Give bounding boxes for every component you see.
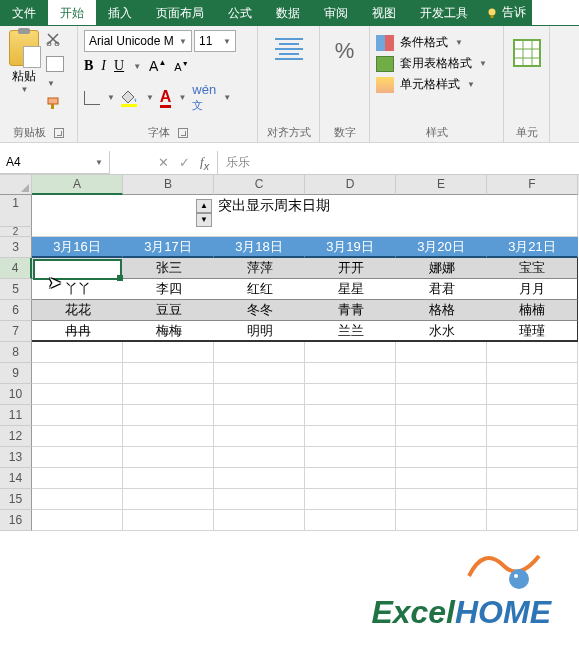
data-cell[interactable]: 红红 xyxy=(214,279,305,300)
empty-cell[interactable] xyxy=(487,510,578,531)
row-header[interactable]: 10 xyxy=(0,384,32,405)
empty-cell[interactable] xyxy=(396,426,487,447)
empty-cell[interactable] xyxy=(214,510,305,531)
row-header[interactable]: 11 xyxy=(0,405,32,426)
empty-cell[interactable] xyxy=(214,405,305,426)
row-header[interactable]: 15 xyxy=(0,489,32,510)
tab-review[interactable]: 审阅 xyxy=(312,0,360,25)
empty-cell[interactable] xyxy=(396,384,487,405)
row-header[interactable]: 5 xyxy=(0,279,32,300)
empty-cell[interactable] xyxy=(487,447,578,468)
column-header[interactable]: D xyxy=(305,175,396,195)
data-cell[interactable]: 豆豆 xyxy=(123,300,214,321)
data-cell[interactable]: 瑾瑾 xyxy=(487,321,578,342)
empty-cell[interactable] xyxy=(487,384,578,405)
data-cell[interactable]: 冬冬 xyxy=(214,300,305,321)
empty-cell[interactable] xyxy=(396,447,487,468)
empty-cell[interactable] xyxy=(487,426,578,447)
paste-button[interactable]: 粘贴 ▼ xyxy=(6,30,42,114)
format-painter-button[interactable] xyxy=(46,96,64,114)
bold-button[interactable]: B xyxy=(84,58,93,74)
empty-cell[interactable] xyxy=(123,468,214,489)
empty-cell[interactable] xyxy=(396,363,487,384)
tab-developer[interactable]: 开发工具 xyxy=(408,0,480,25)
row-header[interactable]: 2 xyxy=(0,227,32,237)
empty-cell[interactable] xyxy=(305,426,396,447)
row-header[interactable]: 9 xyxy=(0,363,32,384)
empty-cell[interactable] xyxy=(32,468,123,489)
empty-cell[interactable] xyxy=(32,342,123,363)
data-cell[interactable]: 冉冉 xyxy=(32,321,123,342)
column-header[interactable]: F xyxy=(487,175,578,195)
header-cell[interactable]: 3月21日 xyxy=(487,237,578,258)
row-header[interactable]: 16 xyxy=(0,510,32,531)
data-cell[interactable]: 明明 xyxy=(214,321,305,342)
spinner-control[interactable]: ▲ ▼ xyxy=(196,199,212,227)
empty-cell[interactable] xyxy=(214,342,305,363)
number-format-button[interactable]: % xyxy=(327,38,363,74)
row-header[interactable]: 14 xyxy=(0,468,32,489)
alignment-button[interactable] xyxy=(271,38,307,74)
decrease-font-button[interactable]: A▼ xyxy=(174,60,188,73)
empty-cell[interactable] xyxy=(214,363,305,384)
data-cell[interactable]: 兰兰 xyxy=(305,321,396,342)
enter-icon[interactable]: ✓ xyxy=(179,155,190,170)
empty-cell[interactable] xyxy=(123,363,214,384)
fx-icon[interactable]: fx xyxy=(200,154,209,172)
border-button[interactable] xyxy=(84,91,100,105)
copy-button[interactable]: ▼ xyxy=(46,56,64,90)
row-header[interactable]: 8 xyxy=(0,342,32,363)
data-cell[interactable]: 娜娜 xyxy=(396,258,487,279)
data-cell[interactable]: 宝宝 xyxy=(487,258,578,279)
data-cell[interactable]: 青青 xyxy=(305,300,396,321)
header-cell[interactable]: 3月19日 xyxy=(305,237,396,258)
cell-styles-button[interactable]: 单元格样式▼ xyxy=(376,76,497,93)
empty-cell[interactable] xyxy=(123,342,214,363)
data-cell[interactable]: 格格 xyxy=(396,300,487,321)
empty-cell[interactable] xyxy=(487,468,578,489)
data-cell[interactable]: 开开 xyxy=(305,258,396,279)
empty-cell[interactable] xyxy=(123,489,214,510)
column-header[interactable]: B xyxy=(123,175,214,195)
empty-cell[interactable] xyxy=(214,447,305,468)
select-all-button[interactable] xyxy=(0,175,32,195)
empty-cell[interactable] xyxy=(32,447,123,468)
empty-cell[interactable] xyxy=(123,447,214,468)
name-box[interactable]: A4▼ xyxy=(0,151,110,174)
empty-cell[interactable] xyxy=(305,489,396,510)
header-cell[interactable]: 3月16日 xyxy=(32,237,123,258)
data-cell[interactable]: 乐乐 xyxy=(32,258,123,279)
empty-cell[interactable] xyxy=(32,384,123,405)
tab-home[interactable]: 开始 xyxy=(48,0,96,25)
fill-color-button[interactable] xyxy=(121,90,139,106)
empty-cell[interactable] xyxy=(487,342,578,363)
underline-button[interactable]: U xyxy=(114,58,124,74)
header-cell[interactable]: 3月20日 xyxy=(396,237,487,258)
empty-cell[interactable] xyxy=(487,405,578,426)
cancel-icon[interactable]: ✕ xyxy=(158,155,169,170)
empty-cell[interactable] xyxy=(214,384,305,405)
empty-cell[interactable] xyxy=(123,426,214,447)
empty-cell[interactable] xyxy=(214,468,305,489)
data-cell[interactable]: 张三 xyxy=(123,258,214,279)
row-header[interactable]: 13 xyxy=(0,447,32,468)
italic-button[interactable]: I xyxy=(101,58,106,74)
column-header[interactable]: C xyxy=(214,175,305,195)
empty-cell[interactable] xyxy=(487,489,578,510)
empty-cell[interactable] xyxy=(32,510,123,531)
data-cell[interactable]: 星星 xyxy=(305,279,396,300)
empty-cell[interactable] xyxy=(32,426,123,447)
tab-file[interactable]: 文件 xyxy=(0,0,48,25)
row-header[interactable]: 12 xyxy=(0,426,32,447)
data-cell[interactable]: 君君 xyxy=(396,279,487,300)
tab-layout[interactable]: 页面布局 xyxy=(144,0,216,25)
font-color-button[interactable]: A xyxy=(160,88,172,108)
tab-data[interactable]: 数据 xyxy=(264,0,312,25)
empty-cell[interactable] xyxy=(396,489,487,510)
conditional-format-button[interactable]: 条件格式▼ xyxy=(376,34,497,51)
empty-cell[interactable] xyxy=(305,363,396,384)
dialog-launcher-icon[interactable] xyxy=(54,128,64,138)
data-cell[interactable]: 楠楠 xyxy=(487,300,578,321)
empty-cell[interactable] xyxy=(305,510,396,531)
empty-cell[interactable] xyxy=(396,510,487,531)
